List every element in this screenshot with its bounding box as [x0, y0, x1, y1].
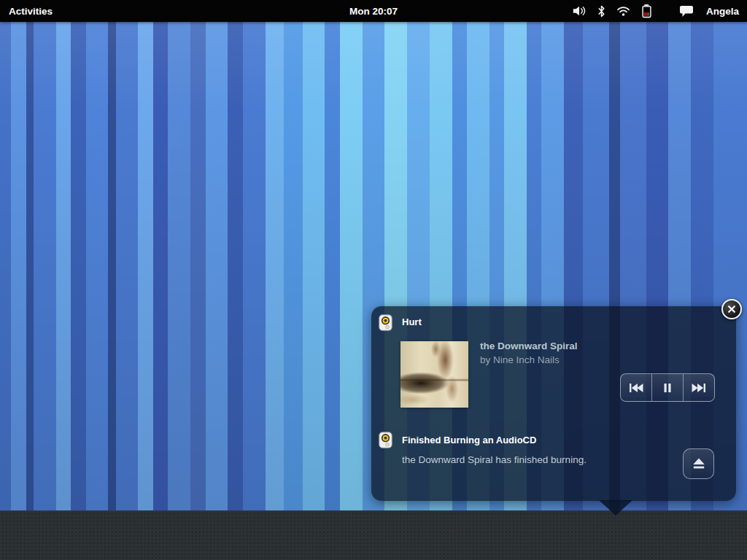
volume-icon[interactable] — [572, 5, 587, 17]
notification-popup: Hurt the Downward Spiral by Nine Inch Na… — [371, 306, 736, 501]
media-controls — [620, 373, 715, 402]
notification-title: Finished Burning an AudioCD — [402, 435, 536, 446]
close-icon[interactable] — [721, 299, 742, 319]
eject-icon[interactable] — [683, 448, 714, 479]
pause-icon[interactable] — [651, 374, 683, 401]
gnome-shell-screen: Activities Mon 20:07 Angela — [0, 0, 747, 560]
chat-icon[interactable] — [679, 5, 694, 18]
next-icon[interactable] — [683, 374, 714, 401]
status-area: Angela — [572, 0, 739, 22]
top-panel: Activities Mon 20:07 Angela — [0, 0, 747, 22]
speaker-app-icon — [379, 314, 392, 334]
wifi-icon[interactable] — [616, 6, 630, 17]
battery-icon[interactable] — [641, 4, 652, 18]
track-artist: by Nine Inch Nails — [480, 354, 560, 365]
notification-body: the Downward Spiral has finished burning… — [402, 454, 587, 465]
bluetooth-icon[interactable] — [597, 5, 605, 18]
speaker-app-icon — [379, 432, 392, 451]
notification-title: Hurt — [402, 316, 422, 327]
track-album: the Downward Spiral — [480, 341, 578, 351]
popup-pointer — [599, 500, 632, 516]
user-menu[interactable]: Angela — [706, 6, 739, 17]
previous-icon[interactable] — [621, 374, 651, 401]
album-art — [400, 341, 468, 408]
message-tray: 5 — [0, 510, 747, 560]
